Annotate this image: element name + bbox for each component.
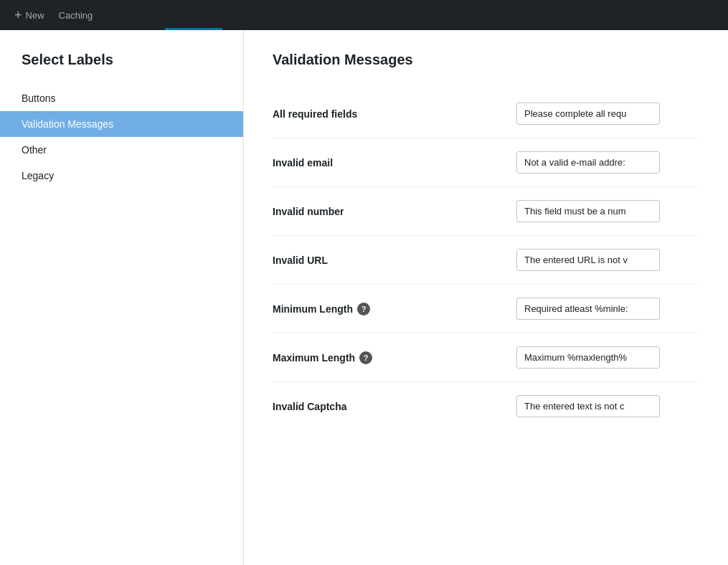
form-row-invalid-email: Invalid email: [273, 138, 699, 187]
label-invalid-captcha: Invalid Captcha: [273, 401, 502, 412]
input-invalid-captcha[interactable]: [516, 395, 660, 417]
label-invalid-email: Invalid email: [273, 157, 502, 168]
input-invalid-url[interactable]: [516, 249, 660, 271]
sidebar: Select Labels Buttons Validation Message…: [0, 30, 244, 565]
sidebar-item-validation-messages[interactable]: Validation Messages: [0, 111, 243, 137]
input-maximum-length[interactable]: [516, 346, 660, 369]
input-invalid-email[interactable]: [516, 151, 660, 174]
content-area: Validation Messages All required fields …: [244, 30, 728, 565]
input-all-required-fields[interactable]: [516, 103, 660, 125]
input-minimum-length[interactable]: [516, 298, 660, 320]
sidebar-item-legacy[interactable]: Legacy: [0, 163, 243, 189]
form-row-all-required-fields: All required fields: [273, 90, 699, 138]
new-button[interactable]: + New: [9, 6, 50, 24]
plus-icon: +: [14, 9, 22, 22]
main-container: Select Labels Buttons Validation Message…: [0, 30, 728, 565]
label-maximum-length: Maximum Length ?: [273, 351, 502, 364]
sidebar-title: Select Labels: [0, 52, 243, 85]
topbar: + New Caching: [0, 0, 728, 30]
label-minimum-length: Minimum Length ?: [273, 303, 502, 315]
sidebar-menu: Buttons Validation Messages Other Legacy: [0, 85, 243, 189]
new-label: New: [26, 10, 44, 21]
form-row-minimum-length: Minimum Length ?: [273, 285, 699, 333]
sidebar-item-buttons[interactable]: Buttons: [0, 85, 243, 111]
content-title: Validation Messages: [273, 52, 699, 68]
help-icon-minimum-length[interactable]: ?: [357, 303, 370, 315]
label-invalid-number: Invalid number: [273, 206, 502, 217]
label-invalid-url: Invalid URL: [273, 255, 502, 266]
caching-button[interactable]: Caching: [53, 7, 99, 24]
form-row-maximum-length: Maximum Length ?: [273, 333, 699, 382]
help-icon-maximum-length[interactable]: ?: [359, 351, 372, 364]
form-row-invalid-url: Invalid URL: [273, 236, 699, 285]
label-all-required-fields: All required fields: [273, 108, 502, 120]
form-row-invalid-number: Invalid number: [273, 187, 699, 236]
input-invalid-number[interactable]: [516, 200, 660, 222]
active-tab-indicator: [165, 28, 222, 30]
form-row-invalid-captcha: Invalid Captcha: [273, 382, 699, 430]
sidebar-item-other[interactable]: Other: [0, 137, 243, 163]
